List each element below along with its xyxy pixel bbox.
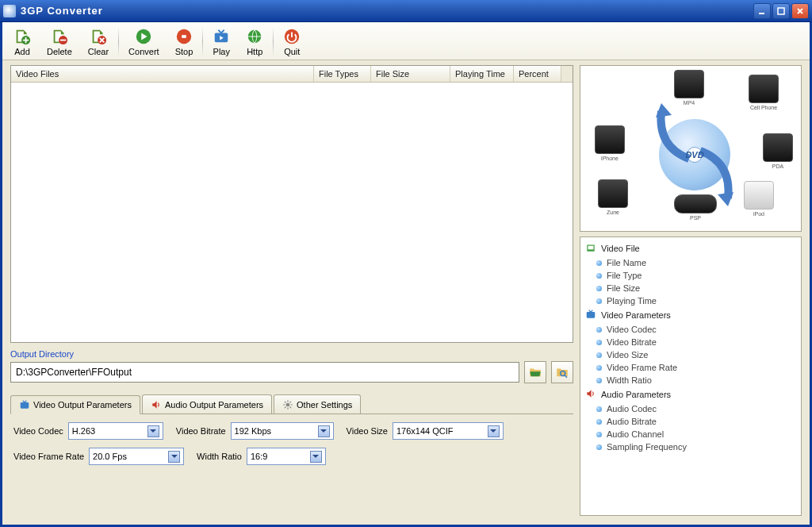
svg-rect-1 bbox=[778, 8, 784, 14]
info-item-label: Audio Bitrate bbox=[607, 417, 657, 426]
delete-button[interactable]: Delete bbox=[39, 24, 80, 60]
col-file-types[interactable]: File Types bbox=[314, 66, 371, 82]
info-panel[interactable]: Video FileFile NameFile TypeFile SizePla… bbox=[580, 237, 802, 516]
video-tab-icon bbox=[19, 399, 30, 410]
dvd-label: DVD bbox=[685, 150, 703, 160]
info-item-label: File Type bbox=[607, 271, 642, 280]
device-label: Cell Phone bbox=[748, 105, 779, 110]
quit-icon bbox=[283, 28, 301, 45]
convert-icon bbox=[135, 28, 152, 45]
svg-rect-11 bbox=[291, 32, 293, 37]
bullet-icon bbox=[596, 444, 602, 450]
delete-label: Delete bbox=[47, 47, 72, 56]
bullet-icon bbox=[596, 327, 602, 333]
info-item-label: Playing Time bbox=[607, 296, 657, 306]
col-video-files[interactable]: Video Files bbox=[11, 66, 314, 82]
quit-button[interactable]: Quit bbox=[275, 24, 308, 60]
info-item: Width Ratio bbox=[585, 374, 796, 387]
info-item: Audio Codec bbox=[585, 402, 796, 415]
app-icon bbox=[3, 5, 16, 17]
device-label: iPod bbox=[743, 211, 775, 217]
width-ratio-value: 16:9 bbox=[251, 452, 267, 461]
info-item: Video Frame Rate bbox=[585, 361, 796, 374]
bullet-icon bbox=[596, 378, 602, 383]
tab-audio-output[interactable]: Audio Output Parameters bbox=[142, 394, 272, 414]
info-item-label: Video Size bbox=[607, 350, 648, 360]
clear-icon bbox=[90, 28, 107, 45]
video-bitrate-label: Video Bitrate bbox=[176, 426, 226, 436]
http-button[interactable]: Http bbox=[238, 24, 271, 60]
info-item-label: File Size bbox=[607, 283, 640, 293]
info-section-header: Video Parameters bbox=[585, 307, 796, 323]
video-codec-label: Video Codec bbox=[13, 426, 63, 436]
tab-other-label: Other Settings bbox=[297, 400, 352, 410]
bullet-icon bbox=[596, 340, 602, 345]
video-codec-select[interactable]: H.263 bbox=[68, 422, 163, 440]
delete-file-icon bbox=[51, 28, 68, 45]
bullet-icon bbox=[596, 298, 602, 304]
scroll-gutter bbox=[561, 66, 573, 82]
play-label: Play bbox=[213, 47, 230, 56]
play-button[interactable]: Play bbox=[205, 24, 238, 60]
browse-folder-button[interactable] bbox=[524, 361, 546, 383]
open-folder-button[interactable] bbox=[551, 361, 573, 383]
window-title: 3GP Converter bbox=[21, 5, 753, 17]
info-item-label: Audio Channel bbox=[607, 429, 664, 439]
stop-label: Stop bbox=[175, 47, 193, 56]
tv-play-icon bbox=[213, 28, 230, 45]
stop-button[interactable]: Stop bbox=[167, 24, 201, 60]
gear-icon bbox=[282, 399, 293, 410]
info-section-header: Audio Parameters bbox=[585, 387, 796, 402]
bullet-icon bbox=[596, 406, 602, 412]
chevron-down-icon bbox=[318, 425, 330, 437]
bullet-icon bbox=[596, 286, 602, 291]
folder-icon bbox=[528, 365, 542, 379]
width-ratio-select[interactable]: 16:9 bbox=[247, 448, 326, 465]
bullet-icon bbox=[596, 419, 602, 425]
svg-rect-0 bbox=[759, 13, 764, 14]
clear-label: Clear bbox=[88, 47, 109, 56]
convert-button[interactable]: Convert bbox=[121, 24, 167, 60]
info-item: Video Size bbox=[585, 348, 796, 361]
output-directory-input[interactable] bbox=[10, 362, 519, 383]
device-diagram: DVD MP4 Cell Phone iPhone PDA Zune iPod … bbox=[580, 65, 802, 232]
table-body-empty[interactable] bbox=[11, 83, 573, 340]
http-label: Http bbox=[247, 47, 262, 56]
info-section-header: Video File bbox=[585, 240, 796, 256]
info-item-label: Video Codec bbox=[607, 325, 657, 334]
col-playing-time[interactable]: Playing Time bbox=[450, 66, 514, 82]
video-size-value: 176x144 QCIF bbox=[396, 426, 454, 436]
video-codec-value: H.263 bbox=[72, 426, 95, 436]
info-item: Playing Time bbox=[585, 294, 796, 307]
section-title: Audio Parameters bbox=[601, 390, 671, 399]
info-item-label: File Name bbox=[607, 258, 646, 267]
info-item: File Type bbox=[585, 269, 796, 282]
info-item-label: Width Ratio bbox=[607, 375, 652, 385]
svg-rect-13 bbox=[21, 402, 29, 409]
minimize-button[interactable] bbox=[753, 3, 771, 19]
chevron-down-icon bbox=[488, 425, 500, 437]
section-title: Video Parameters bbox=[601, 310, 671, 320]
info-item-label: Sampling Frequency bbox=[607, 442, 687, 452]
maximize-button[interactable] bbox=[772, 3, 790, 19]
video-frame-rate-select[interactable]: 20.0 Fps bbox=[89, 448, 184, 465]
video-bitrate-select[interactable]: 192 Kbps bbox=[231, 422, 334, 440]
clear-button[interactable]: Clear bbox=[80, 24, 117, 60]
tab-other-settings[interactable]: Other Settings bbox=[274, 394, 361, 414]
chevron-down-icon bbox=[168, 451, 180, 463]
section-icon bbox=[585, 309, 596, 321]
video-frame-rate-label: Video Frame Rate bbox=[13, 452, 84, 461]
video-size-select[interactable]: 176x144 QCIF bbox=[393, 422, 504, 440]
output-directory-label: Output Directory bbox=[10, 349, 573, 359]
col-percent[interactable]: Percent bbox=[514, 66, 561, 82]
search-folder-icon bbox=[555, 365, 569, 379]
col-file-size[interactable]: File Size bbox=[371, 66, 450, 82]
table-header-row: Video Files File Types File Size Playing… bbox=[11, 66, 573, 83]
add-button[interactable]: Add bbox=[6, 24, 39, 60]
bullet-icon bbox=[596, 273, 602, 279]
tab-video-output[interactable]: Video Output Parameters bbox=[10, 395, 140, 414]
close-button[interactable] bbox=[791, 3, 809, 19]
stop-icon bbox=[175, 28, 193, 45]
section-icon bbox=[585, 242, 596, 255]
device-label: PSP bbox=[673, 215, 718, 221]
